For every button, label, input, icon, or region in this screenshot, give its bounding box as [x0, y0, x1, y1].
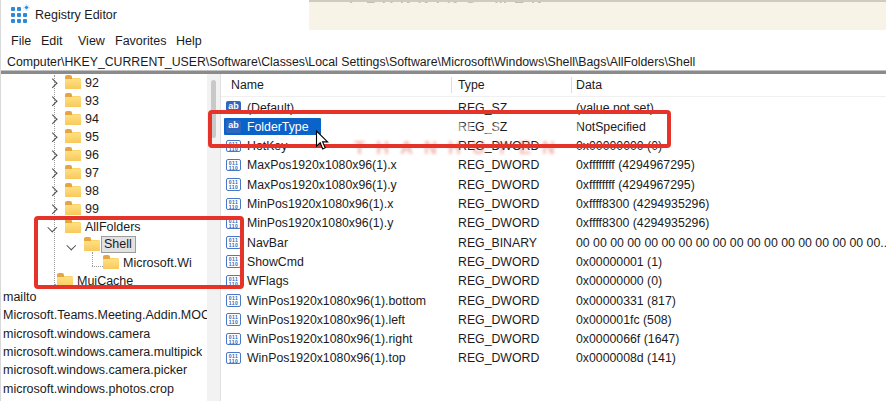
tree-item-94[interactable]: 94: [1, 111, 207, 129]
watermark-top-text: PLANNING MEN: [349, 0, 549, 6]
tree-item-label: 96: [85, 148, 99, 162]
folder-icon: [65, 168, 81, 179]
menu-file[interactable]: File: [11, 34, 31, 48]
tree-item-microsoft-teams-meeting-addin-moc[interactable]: Microsoft.Teams.Meeting.Addin.MOC: [3, 308, 207, 322]
tree-item-95[interactable]: 95: [1, 129, 207, 147]
registry-icon-sparkle: [23, 4, 30, 11]
type-cell: REG_DWORD: [458, 313, 539, 327]
chevron-right-icon[interactable]: [48, 169, 57, 178]
binary-icon-digits: 110: [227, 340, 240, 345]
value-row-wflags[interactable]: 011110WFlagsREG_DWORD0x00000000 (0): [221, 272, 886, 291]
data-cell: 0xffff8300 (4294935296): [576, 197, 709, 211]
menu-help[interactable]: Help: [176, 34, 202, 48]
data-cell: 0x00000001 (1): [576, 255, 662, 269]
tree-item-96[interactable]: 96: [1, 147, 207, 165]
address-path[interactable]: Computer\HKEY_CURRENT_USER\Software\Clas…: [7, 55, 695, 69]
type-cell: REG_DWORD: [458, 274, 539, 288]
tree-item-microsoft-windows-camera[interactable]: microsoft.windows.camera: [3, 327, 150, 341]
value-row-maxpos1920x1080x96-1-y[interactable]: 011110MaxPos1920x1080x96(1).yREG_DWORD0x…: [221, 175, 886, 194]
binary-icon-digits: 110: [227, 205, 240, 210]
tree-item-label: 92: [85, 76, 99, 90]
type-cell: REG_DWORD: [458, 197, 539, 211]
menu-favorites[interactable]: Favorites: [115, 34, 166, 48]
registry-icon-square: [17, 7, 21, 11]
address-bar[interactable]: Computer\HKEY_CURRENT_USER\Software\Clas…: [1, 52, 886, 71]
reg-binary-icon: 011110: [226, 294, 241, 307]
name-cell: MaxPos1920x1080x96(1).y: [247, 178, 397, 192]
column-header-type[interactable]: Type: [458, 78, 485, 92]
name-cell: WinPos1920x1080x96(1).left: [247, 313, 405, 327]
value-row-showcmd[interactable]: 011110ShowCmdREG_DWORD0x00000001 (1): [221, 252, 886, 271]
data-cell: 0xffff8300 (4294935296): [576, 216, 709, 230]
reg-binary-icon: 011110: [226, 178, 241, 191]
name-cell: MaxPos1920x1080x96(1).x: [247, 158, 397, 172]
binary-icon-digits: 110: [227, 301, 240, 306]
tree-item-label: 93: [85, 94, 99, 108]
folder-icon: [65, 150, 81, 161]
registry-icon-square: [17, 13, 21, 17]
value-row-winpos1920x1080x96-1-right[interactable]: 011110WinPos1920x1080x96(1).rightREG_DWO…: [221, 330, 886, 349]
column-divider[interactable]: [451, 77, 452, 93]
reg-binary-icon: 011110: [226, 159, 241, 172]
column-header-name[interactable]: Name: [231, 78, 264, 92]
menu-view[interactable]: View: [78, 34, 105, 48]
reg-binary-icon: 011110: [226, 352, 241, 365]
folder-icon: [65, 204, 81, 215]
chevron-right-icon[interactable]: [48, 79, 57, 88]
reg-binary-icon: 011110: [226, 313, 241, 326]
chevron-right-icon[interactable]: [48, 205, 57, 214]
folder-icon: [65, 132, 81, 143]
registry-icon-square: [11, 7, 15, 11]
watermark-band: PLANNING MEN: [309, 0, 886, 30]
type-cell: REG_DWORD: [458, 255, 539, 269]
name-cell: WFlags: [247, 274, 289, 288]
registry-icon-square: [11, 13, 15, 17]
registry-editor-icon: [11, 7, 27, 23]
window-title: Registry Editor: [35, 8, 117, 22]
tree-item-93[interactable]: 93: [1, 93, 207, 111]
tree-item-92[interactable]: 92: [1, 75, 207, 93]
tree-item-microsoft-windows-camera-picker[interactable]: microsoft.windows.camera.picker: [3, 363, 187, 377]
type-cell: REG_DWORD: [458, 351, 539, 365]
chevron-right-icon[interactable]: [48, 187, 57, 196]
type-cell: REG_BINARY: [458, 236, 537, 250]
value-row-minpos1920x1080x96-1-x[interactable]: 011110MinPos1920x1080x96(1).xREG_DWORD0x…: [221, 195, 886, 214]
reg-binary-icon: 011110: [226, 333, 241, 346]
chevron-right-icon[interactable]: [48, 133, 57, 142]
tree-item-98[interactable]: 98: [1, 183, 207, 201]
chevron-right-icon[interactable]: [48, 115, 57, 124]
chevron-right-icon[interactable]: [48, 97, 57, 106]
tree-item-microsoft-windows-camera-multipick[interactable]: microsoft.windows.camera.multipick: [3, 345, 202, 359]
folder-icon: [65, 78, 81, 89]
highlight-box-foldertype: [208, 110, 671, 148]
tree-item-microsoft-windows-photos-crop[interactable]: microsoft.windows.photos.crop: [3, 382, 174, 396]
menu-edit[interactable]: Edit: [41, 34, 63, 48]
tree-item-label: 99: [85, 202, 99, 216]
tree-item-label: 97: [85, 166, 99, 180]
value-row-winpos1920x1080x96-1-bottom[interactable]: 011110WinPos1920x1080x96(1).bottomREG_DW…: [221, 291, 886, 310]
value-row-winpos1920x1080x96-1-top[interactable]: 011110WinPos1920x1080x96(1).topREG_DWORD…: [221, 349, 886, 368]
chevron-right-icon[interactable]: [48, 151, 57, 160]
folder-icon: [65, 96, 81, 107]
binary-icon-digits: 110: [227, 166, 240, 171]
type-cell: REG_DWORD: [458, 178, 539, 192]
data-cell: 0xffffffff (4294967295): [576, 178, 695, 192]
header-underline: [221, 96, 886, 97]
data-cell: 0x00000331 (817): [576, 294, 676, 308]
folder-icon: [65, 114, 81, 125]
type-cell: REG_DWORD: [458, 294, 539, 308]
tree-item-label: 98: [85, 184, 99, 198]
value-row-minpos1920x1080x96-1-y[interactable]: 011110MinPos1920x1080x96(1).yREG_DWORD0x…: [221, 214, 886, 233]
registry-icon-square: [17, 19, 21, 23]
binary-icon-digits: 110: [227, 359, 240, 364]
column-divider[interactable]: [571, 77, 572, 93]
value-row-navbar[interactable]: 011110NavBarREG_BINARY00 00 00 00 00 00 …: [221, 233, 886, 252]
tree-item-mailto[interactable]: mailto: [3, 290, 36, 304]
type-cell: REG_DWORD: [458, 158, 539, 172]
highlight-box-tree: [34, 216, 244, 289]
binary-icon-digits: 110: [227, 185, 240, 190]
tree-item-97[interactable]: 97: [1, 165, 207, 183]
mouse-cursor: [315, 130, 330, 151]
column-header-data[interactable]: Data: [576, 78, 602, 92]
value-row-winpos1920x1080x96-1-left[interactable]: 011110WinPos1920x1080x96(1).leftREG_DWOR…: [221, 310, 886, 329]
